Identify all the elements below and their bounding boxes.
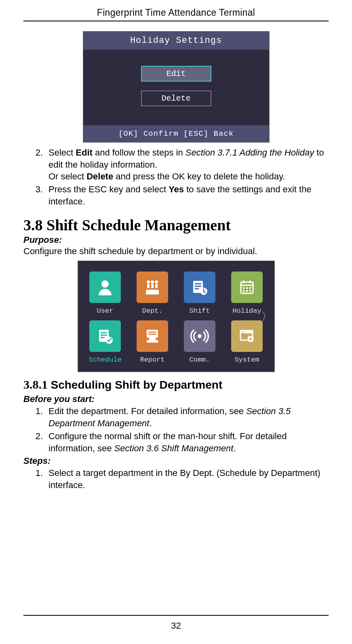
menu-item-comm[interactable]: Comm. [180, 320, 220, 364]
menu-label: Comm. [189, 356, 210, 364]
svg-point-36 [242, 332, 243, 333]
svg-rect-9 [195, 283, 201, 284]
svg-rect-18 [246, 287, 248, 289]
bold-text: Edit [76, 147, 93, 158]
system-icon [231, 320, 263, 352]
delete-button[interactable]: Delete [141, 90, 211, 106]
heading-number: 3.8.1 [23, 378, 48, 391]
item-text: Press the ESC key and select Yes to save… [48, 183, 329, 207]
italic-text: Section 3.7.1 Adding the Holiday [185, 147, 314, 158]
svg-rect-24 [101, 332, 107, 333]
edit-button[interactable]: Edit [141, 66, 211, 82]
text: Select [48, 147, 76, 158]
svg-rect-4 [147, 284, 150, 288]
item-number: 2. [23, 147, 48, 183]
dialog-body: Edit Delete [83, 50, 269, 125]
menu-item-dept[interactable]: Dept. [133, 271, 173, 315]
steps-label: Steps: [23, 456, 329, 466]
svg-point-3 [155, 280, 158, 284]
section-3-8-heading: 3.8 Shift Schedule Management [23, 216, 329, 234]
svg-rect-29 [148, 332, 156, 333]
menu-item-user[interactable]: User [85, 271, 125, 315]
svg-point-33 [198, 334, 202, 338]
svg-rect-31 [149, 338, 156, 340]
footer-rule [23, 615, 329, 616]
list-item: 1. Select a target department in the By … [23, 467, 329, 491]
item-text: Configure the normal shift or the man-ho… [48, 430, 329, 454]
text: and follow the steps in [93, 147, 185, 158]
menu-item-shift[interactable]: Shift [180, 271, 220, 315]
menu-label: System [234, 356, 259, 364]
list-item: 2. Configure the normal shift or the man… [23, 430, 329, 454]
menu-item-report[interactable]: Report [133, 320, 173, 364]
user-icon [89, 271, 121, 303]
dept-icon [137, 271, 168, 303]
holiday-settings-screenshot: Holiday Settings Edit Delete [OK] Confir… [83, 31, 270, 143]
menu-label: Report [140, 356, 164, 364]
svg-point-1 [147, 280, 150, 284]
svg-rect-20 [243, 290, 245, 292]
svg-rect-30 [148, 334, 156, 335]
item-number: 2. [23, 430, 48, 454]
item-number: 3. [23, 183, 48, 207]
comm-icon [184, 320, 215, 352]
menu-item-system[interactable]: System [227, 320, 267, 364]
text: Edit the department. For detailed inform… [48, 406, 246, 416]
svg-rect-17 [243, 287, 245, 289]
svg-rect-5 [151, 284, 154, 288]
purpose-label: Purpose: [23, 235, 329, 245]
svg-point-39 [249, 338, 252, 340]
item-text: Select a target department in the By Dep… [48, 467, 329, 491]
steps-list: 1. Select a target department in the By … [23, 467, 329, 491]
bold-text: Delete [86, 171, 113, 181]
holiday-icon [231, 271, 263, 303]
text: Press the ESC key and select [48, 184, 169, 194]
main-menu-screenshot: 〉 User Dept. Shift [78, 261, 275, 372]
list-item: 1. Edit the department. For detailed inf… [23, 405, 329, 429]
text: . [149, 418, 152, 428]
svg-rect-22 [249, 290, 251, 292]
dialog-footer: [OK] Confirm [ESC] Back [83, 125, 269, 142]
svg-rect-10 [195, 286, 201, 287]
item-text: Select Edit and follow the steps in Sect… [48, 147, 329, 183]
before-you-start-label: Before you start: [23, 394, 329, 404]
menu-label: User [97, 307, 114, 315]
section-3-8-1-heading: 3.8.1 Scheduling Shift by Department [23, 378, 329, 391]
item-number: 1. [23, 467, 48, 491]
dialog-title: Holiday Settings [83, 32, 269, 50]
page-number: 32 [0, 621, 352, 631]
menu-item-holiday[interactable]: Holiday [227, 271, 267, 315]
menu-label: Shift [189, 307, 210, 315]
list-item: 2. Select Edit and follow the steps in S… [23, 147, 329, 183]
before-list: 1. Edit the department. For detailed inf… [23, 405, 329, 454]
svg-point-2 [151, 280, 154, 284]
menu-label: Schedule [89, 356, 122, 364]
svg-rect-6 [155, 284, 158, 288]
menu-item-schedule[interactable]: Schedule [85, 320, 125, 364]
menu-label: Dept. [142, 307, 162, 315]
svg-rect-32 [147, 340, 158, 343]
svg-rect-7 [146, 290, 159, 295]
item-number: 1. [23, 405, 48, 429]
chevron-right-icon[interactable]: 〉 [261, 309, 272, 324]
instruction-list-1: 2. Select Edit and follow the steps in S… [23, 147, 329, 207]
svg-rect-26 [101, 337, 105, 338]
page-header: Fingerprint Time Attendance Terminal [23, 7, 329, 21]
text: Or select [48, 171, 86, 181]
svg-rect-21 [246, 290, 248, 292]
bold-text: Yes [169, 184, 184, 194]
shift-icon [184, 271, 215, 303]
list-item: 3. Press the ESC key and select Yes to s… [23, 183, 329, 207]
heading-title: Scheduling Shift by Department [51, 379, 223, 391]
schedule-icon [89, 320, 121, 352]
svg-rect-11 [195, 288, 199, 289]
purpose-text: Configure the shift schedule by departme… [23, 246, 329, 257]
svg-rect-25 [101, 335, 107, 336]
text: . [233, 443, 236, 453]
italic-text: Section 3.6 Shift Management [114, 443, 234, 453]
svg-point-0 [101, 280, 109, 288]
item-text: Edit the department. For detailed inform… [48, 405, 329, 429]
report-icon [137, 320, 168, 352]
svg-rect-19 [249, 287, 251, 289]
svg-point-37 [244, 332, 245, 333]
